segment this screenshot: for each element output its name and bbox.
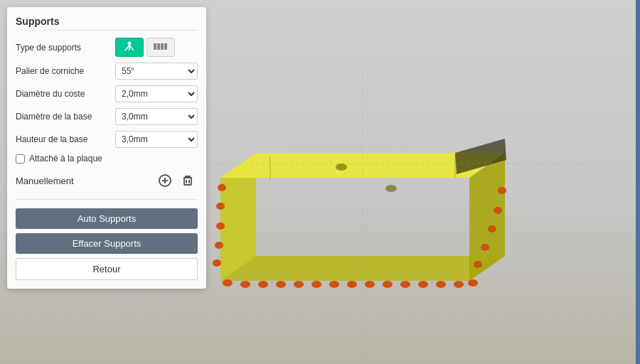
svg-line-19 — [409, 142, 583, 313]
svg-point-30 — [258, 281, 268, 288]
svg-point-36 — [365, 281, 375, 288]
svg-line-18 — [398, 142, 530, 313]
diametre-base-control: 3,0mm 2,0mm 2,5mm 3,5mm 4,0mm — [115, 108, 198, 125]
svg-line-13 — [269, 142, 356, 313]
svg-point-46 — [494, 207, 502, 214]
svg-rect-61 — [161, 43, 164, 50]
svg-point-43 — [474, 261, 482, 268]
svg-point-55 — [128, 42, 132, 46]
svg-marker-22 — [220, 153, 505, 178]
svg-point-40 — [436, 281, 446, 288]
diametre-base-row: Diamètre de la base 3,0mm 2,0mm 2,5mm 3,… — [16, 108, 198, 125]
delete-support-btn[interactable] — [178, 171, 198, 191]
palier-control: 55° 45° 50° 60° 65° — [115, 63, 198, 80]
svg-point-33 — [311, 281, 321, 288]
diametre-base-label: Diamètre de la base — [16, 112, 115, 122]
side-indicator — [636, 0, 640, 364]
svg-point-35 — [347, 281, 357, 288]
toggle-tree-btn[interactable] — [115, 38, 144, 57]
hauteur-base-select[interactable]: 3,0mm 1,0mm 2,0mm 4,0mm 5,0mm — [115, 131, 198, 148]
diametre-cote-control: 2,0mm 1,0mm 1,5mm 2,5mm 3,0mm — [115, 85, 198, 102]
attache-checkbox[interactable] — [16, 154, 25, 164]
svg-point-32 — [294, 281, 304, 288]
svg-point-51 — [216, 203, 225, 210]
palier-select[interactable]: 55° 45° 50° 60° 65° — [115, 63, 198, 80]
retour-btn[interactable]: Retour — [16, 258, 198, 280]
type-row: Type de supports — [16, 38, 198, 57]
hauteur-base-label: Hauteur de la base — [16, 134, 115, 144]
palier-label: Palier de corniche — [16, 66, 115, 76]
attache-label: Attaché à la plaque — [29, 154, 102, 164]
svg-line-16 — [377, 142, 418, 313]
manuellement-label: Manuellement — [16, 176, 152, 186]
svg-point-45 — [488, 225, 496, 232]
svg-marker-21 — [220, 153, 256, 281]
hauteur-base-row: Hauteur de la base 3,0mm 1,0mm 2,0mm 4,0… — [16, 131, 198, 148]
attache-row: Attaché à la plaque — [16, 154, 198, 164]
svg-point-34 — [329, 281, 339, 288]
svg-line-17 — [388, 142, 473, 313]
effacer-supports-btn[interactable]: Effacer Supports — [16, 233, 198, 254]
diametre-base-select[interactable]: 3,0mm 2,0mm 2,5mm 3,5mm 4,0mm — [115, 108, 198, 125]
svg-rect-66 — [184, 178, 191, 185]
hauteur-base-control: 3,0mm 1,0mm 2,0mm 4,0mm 5,0mm — [115, 131, 198, 148]
svg-point-49 — [215, 242, 223, 249]
svg-point-26 — [336, 164, 347, 171]
svg-point-37 — [383, 281, 393, 288]
svg-point-52 — [218, 184, 226, 191]
svg-point-50 — [216, 223, 225, 230]
type-toggle — [115, 38, 198, 57]
toggle-linear-btn[interactable] — [146, 38, 175, 57]
svg-point-48 — [213, 259, 221, 267]
palier-row: Palier de corniche 55° 45° 50° 60° 65° — [16, 63, 198, 80]
svg-point-38 — [400, 281, 410, 288]
svg-line-58 — [129, 46, 134, 51]
svg-marker-20 — [220, 256, 505, 281]
svg-point-39 — [418, 281, 428, 288]
svg-point-29 — [240, 281, 250, 288]
svg-line-14 — [316, 142, 363, 313]
diametre-cote-label: Diamètre du coste — [16, 89, 115, 99]
add-support-btn[interactable] — [155, 171, 175, 191]
svg-point-31 — [276, 281, 286, 288]
svg-line-56 — [125, 46, 129, 51]
supports-panel: Supports Type de supports — [7, 7, 206, 289]
type-label: Type de supports — [16, 43, 115, 53]
svg-rect-62 — [164, 43, 167, 50]
diametre-cote-row: Diamètre du coste 2,0mm 1,0mm 1,5mm 2,5m… — [16, 85, 198, 102]
section-title: Supports — [16, 16, 198, 31]
svg-point-44 — [481, 244, 489, 251]
svg-point-47 — [498, 187, 506, 194]
svg-point-41 — [454, 281, 464, 288]
svg-line-15 — [366, 142, 370, 313]
svg-rect-60 — [157, 43, 160, 50]
diametre-cote-select[interactable]: 2,0mm 1,0mm 1,5mm 2,5mm 3,0mm — [115, 85, 198, 102]
svg-rect-59 — [154, 43, 156, 50]
svg-line-12 — [224, 142, 348, 313]
svg-point-42 — [468, 279, 478, 287]
svg-point-28 — [223, 279, 233, 287]
manuellement-row: Manuellement — [16, 171, 198, 200]
svg-point-27 — [385, 185, 397, 192]
svg-marker-23 — [469, 153, 505, 281]
auto-supports-btn[interactable]: Auto Supports — [16, 208, 198, 229]
